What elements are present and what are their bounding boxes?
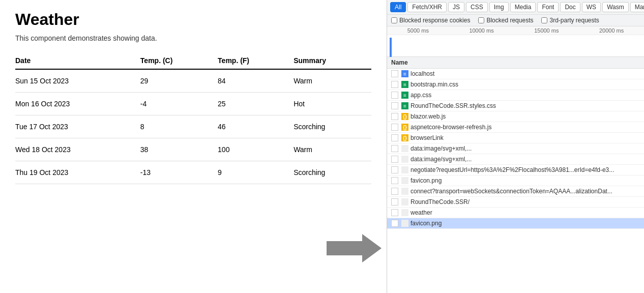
third-party-requests-checkbox[interactable]: 3rd-party requests	[541, 17, 599, 24]
table-cell: Scorching	[294, 161, 371, 184]
network-item-type-icon	[401, 145, 408, 152]
blocked-requests-checkbox[interactable]: Blocked requests	[478, 17, 533, 24]
network-item[interactable]: RoundTheCode.SSR/	[387, 197, 644, 208]
timeline-bar	[390, 38, 392, 58]
network-list-header: Name	[387, 57, 644, 69]
table-row: Tue 17 Oct 2023846Scorching	[15, 115, 371, 138]
col-summary: Summary	[294, 52, 371, 69]
network-item[interactable]: {}aspnetcore-browser-refresh.js	[387, 122, 644, 133]
network-list[interactable]: Name ≡localhost≡bootstrap.min.css≡app.cs…	[387, 57, 644, 293]
network-item-type-icon: ≡	[401, 70, 408, 77]
network-item-name: localhost	[411, 70, 640, 77]
checkbox-row: Blocked response cookies Blocked request…	[387, 15, 644, 26]
network-item[interactable]: ≡bootstrap.min.css	[387, 79, 644, 90]
network-item[interactable]: favicon.png	[387, 218, 644, 229]
filter-btn-fetch/xhr[interactable]: Fetch/XHR	[407, 2, 447, 12]
network-item[interactable]: connect?transport=webSockets&connectionT…	[387, 186, 644, 197]
table-cell: 29	[140, 69, 218, 93]
network-item-checkbox	[391, 198, 398, 206]
network-item-name: browserLink	[411, 134, 640, 141]
network-item[interactable]: ≡RoundTheCode.SSR.styles.css	[387, 101, 644, 111]
network-item-checkbox	[391, 92, 398, 99]
timeline-label: 10000 ms	[469, 27, 493, 34]
col-temp-c: Temp. (C)	[140, 52, 218, 69]
table-cell: Sun 15 Oct 2023	[15, 69, 140, 93]
table-cell: 8	[140, 115, 218, 138]
table-cell: 46	[218, 115, 294, 138]
network-item-type-icon: {}	[401, 113, 408, 120]
network-item[interactable]: {}blazor.web.js	[387, 111, 644, 122]
network-item-checkbox	[391, 145, 398, 152]
filter-btn-font[interactable]: Font	[537, 2, 559, 12]
name-column-header: Name	[391, 59, 408, 66]
network-item-type-icon	[401, 177, 408, 184]
table-row: Wed 18 Oct 202338100Warm	[15, 138, 371, 161]
network-item[interactable]: favicon.png	[387, 175, 644, 186]
filter-btn-ws[interactable]: WS	[582, 2, 601, 12]
network-item-name: weather	[411, 209, 640, 216]
network-item-type-icon	[401, 166, 408, 173]
network-item-name: RoundTheCode.SSR/	[411, 198, 640, 206]
table-cell: 100	[218, 138, 294, 161]
network-item-name: data:image/svg+xml,...	[411, 145, 640, 152]
network-item-type-icon: ≡	[401, 102, 408, 109]
weather-table: Date Temp. (C) Temp. (F) Summary Sun 15 …	[15, 52, 371, 184]
left-panel: Weather This component demonstrates show…	[0, 0, 387, 293]
filter-btn-man[interactable]: Man	[630, 2, 644, 12]
filter-btn-media[interactable]: Media	[510, 2, 536, 12]
network-item-checkbox	[391, 70, 398, 77]
network-item-type-icon: {}	[401, 134, 408, 141]
table-cell: -13	[140, 161, 218, 184]
filter-btn-doc[interactable]: Doc	[560, 2, 580, 12]
devtools-panel: AllFetch/XHRJSCSSImgMediaFontDocWSWasmMa…	[387, 0, 644, 293]
filter-btn-all[interactable]: All	[390, 2, 406, 12]
network-item-name: connect?transport=webSockets&connectionT…	[411, 188, 640, 195]
network-item-type-icon	[401, 209, 408, 216]
network-item-type-icon	[401, 220, 408, 227]
network-item[interactable]: negotiate?requestUrl=https%3A%2F%2Flocal…	[387, 165, 644, 175]
filter-btn-css[interactable]: CSS	[466, 2, 488, 12]
network-item-checkbox	[391, 156, 398, 163]
filter-btn-img[interactable]: Img	[489, 2, 509, 12]
timeline-label: 20000 ms	[599, 27, 624, 34]
table-cell: Warm	[294, 138, 371, 161]
network-item-checkbox	[391, 188, 398, 195]
arrow-indicator	[327, 234, 382, 262]
table-cell: 38	[140, 138, 218, 161]
timeline: 5000 ms10000 ms15000 ms20000 ms	[387, 26, 644, 57]
table-row: Sun 15 Oct 20232984Warm	[15, 69, 371, 93]
network-item-name: app.css	[411, 92, 640, 99]
col-temp-f: Temp. (F)	[218, 52, 294, 69]
network-item[interactable]: ≡app.css	[387, 90, 644, 101]
network-item-type-icon: ≡	[401, 81, 408, 88]
page-title: Weather	[15, 10, 371, 29]
network-item-name: bootstrap.min.css	[411, 81, 640, 88]
table-cell: Thu 19 Oct 2023	[15, 161, 140, 184]
network-item-name: favicon.png	[411, 220, 640, 227]
network-item-type-icon	[401, 156, 408, 163]
network-item-name: favicon.png	[411, 177, 640, 184]
table-cell: 9	[218, 161, 294, 184]
col-date: Date	[15, 52, 140, 69]
blocked-cookies-checkbox[interactable]: Blocked response cookies	[391, 17, 470, 24]
network-item-checkbox	[391, 177, 398, 184]
network-item-checkbox	[391, 220, 398, 227]
filter-btn-wasm[interactable]: Wasm	[602, 2, 629, 12]
network-item-checkbox	[391, 166, 398, 173]
network-item[interactable]: weather	[387, 208, 644, 218]
network-item[interactable]: data:image/svg+xml,...	[387, 154, 644, 165]
network-item[interactable]: data:image/svg+xml,...	[387, 143, 644, 154]
page-subtitle: This component demonstrates showing data…	[15, 34, 371, 42]
network-item-name: blazor.web.js	[411, 113, 640, 120]
network-item-type-icon	[401, 188, 408, 195]
network-item[interactable]: ≡localhost	[387, 69, 644, 79]
network-item-checkbox	[391, 102, 398, 109]
network-item-checkbox	[391, 81, 398, 88]
network-item[interactable]: {}browserLink	[387, 133, 644, 143]
timeline-label: 15000 ms	[534, 27, 559, 34]
network-item-name: RoundTheCode.SSR.styles.css	[411, 102, 640, 109]
filter-btn-js[interactable]: JS	[448, 2, 464, 12]
table-cell: Wed 18 Oct 2023	[15, 138, 140, 161]
network-item-type-icon	[401, 198, 408, 206]
table-cell: Tue 17 Oct 2023	[15, 115, 140, 138]
